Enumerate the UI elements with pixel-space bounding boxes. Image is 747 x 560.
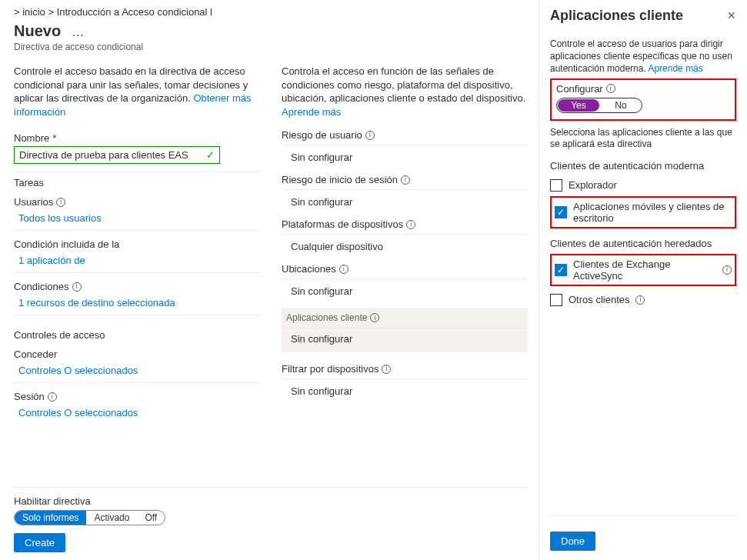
checkbox-icon: ✓ bbox=[555, 206, 567, 218]
policy-description: Controle el acceso basado en la directiv… bbox=[14, 65, 260, 118]
locations-link[interactable]: Ubicacionesi bbox=[282, 263, 528, 279]
breadcrumb[interactable]: > inicio > Introducción a Acceso condici… bbox=[14, 6, 528, 18]
learn-more-link[interactable]: Aprende más bbox=[648, 63, 702, 74]
checkbox-label: Aplicaciones móviles y clientes de escri… bbox=[573, 201, 732, 224]
tasks-heading: Tareas bbox=[14, 177, 260, 188]
signin-risk-value: Sin configurar bbox=[282, 196, 528, 208]
done-button[interactable]: Done bbox=[550, 532, 595, 551]
filter-devices-link[interactable]: Filtrar por dispositivosi bbox=[282, 363, 528, 379]
condition-included-link[interactable]: Condición incluida de la bbox=[14, 238, 119, 250]
info-icon[interactable]: i bbox=[722, 265, 732, 275]
seg-on[interactable]: Activado bbox=[86, 511, 137, 525]
filter-devices-value: Sin configurar bbox=[282, 385, 528, 397]
configure-toggle[interactable]: Yes No bbox=[556, 98, 642, 113]
user-risk-link[interactable]: Riesgo de usuarioi bbox=[282, 129, 528, 145]
seg-report-only[interactable]: Solo informes bbox=[15, 511, 86, 525]
checkbox-icon: ✓ bbox=[555, 264, 567, 276]
checkbox-exchange-activesync[interactable]: ✓ Clientes de Exchange ActiveSync i bbox=[550, 254, 736, 286]
page-title: Nuevo bbox=[14, 22, 61, 40]
info-icon[interactable]: i bbox=[370, 313, 379, 322]
select-apps-description: Selecciona las aplicaciones cliente a la… bbox=[550, 127, 736, 151]
info-icon[interactable]: i bbox=[48, 392, 57, 402]
locations-value: Sin configurar bbox=[282, 285, 528, 297]
conditions-link[interactable]: Condicionesi bbox=[14, 281, 82, 292]
info-icon[interactable]: i bbox=[72, 282, 82, 292]
signin-risk-link[interactable]: Riesgo de inicio de sesióni bbox=[282, 174, 528, 190]
toggle-no[interactable]: No bbox=[600, 99, 642, 112]
client-apps-value: Sin configurar bbox=[282, 328, 528, 352]
checkbox-label: Clientes de Exchange ActiveSync bbox=[573, 258, 716, 282]
modern-auth-heading: Clientes de autenticación moderna bbox=[550, 160, 736, 172]
panel-description: Controle el acceso de usuarios para diri… bbox=[550, 38, 736, 75]
page-subtitle: Directiva de acceso condicional bbox=[14, 42, 528, 52]
create-button[interactable]: Create bbox=[14, 533, 65, 552]
panel-title: Aplicaciones cliente bbox=[550, 8, 736, 24]
session-link[interactable]: Sesióni bbox=[14, 391, 57, 402]
info-icon[interactable]: i bbox=[406, 220, 415, 229]
checkbox-browser[interactable]: Explorador bbox=[550, 179, 736, 192]
client-apps-link[interactable]: Aplicaciones clientei bbox=[282, 308, 528, 328]
enable-policy-label: Habilitar directiva bbox=[14, 495, 528, 507]
grant-value[interactable]: Controles O seleccionados bbox=[14, 365, 260, 376]
info-icon[interactable]: i bbox=[56, 198, 65, 207]
enable-policy-segmented[interactable]: Solo informes Activado Off bbox=[14, 510, 165, 525]
checkbox-other-clients[interactable]: Otros clientes i bbox=[550, 294, 736, 306]
conditions-description: Controla el acceso en función de las señ… bbox=[282, 65, 528, 118]
checkbox-label: Explorador bbox=[569, 179, 617, 191]
condition-included-value[interactable]: 1 aplicación de bbox=[14, 255, 260, 266]
session-value[interactable]: Controles O seleccionados bbox=[14, 407, 260, 418]
toggle-yes[interactable]: Yes bbox=[558, 99, 599, 112]
checkbox-icon bbox=[550, 179, 562, 192]
name-label: Nombre* bbox=[14, 132, 260, 144]
more-menu-icon[interactable]: … bbox=[68, 25, 87, 39]
info-icon[interactable]: i bbox=[365, 131, 375, 140]
info-icon[interactable]: i bbox=[339, 265, 348, 274]
checkbox-mobile-desktop[interactable]: ✓ Aplicaciones móviles y clientes de esc… bbox=[550, 196, 736, 228]
learn-more-link[interactable]: Aprende más bbox=[282, 106, 341, 118]
device-platforms-link[interactable]: Plataformas de dispositivosi bbox=[282, 218, 528, 235]
conditions-value[interactable]: 1 recursos de destino seleccionada bbox=[14, 297, 260, 308]
close-icon[interactable]: ✕ bbox=[727, 9, 736, 22]
seg-off[interactable]: Off bbox=[137, 511, 165, 525]
users-value[interactable]: Todos los usuarios bbox=[14, 212, 260, 224]
info-icon[interactable]: i bbox=[382, 365, 391, 374]
user-risk-value: Sin configurar bbox=[282, 152, 528, 163]
checkbox-icon bbox=[550, 294, 562, 306]
info-icon[interactable]: i bbox=[635, 295, 645, 305]
users-link[interactable]: Usuariosi bbox=[14, 196, 65, 208]
checkbox-label: Otros clientes bbox=[569, 294, 629, 305]
check-icon: ✓ bbox=[206, 149, 215, 161]
grant-link[interactable]: Conceder bbox=[14, 348, 57, 360]
configure-label: Configurari bbox=[556, 83, 730, 95]
access-controls-heading: Controles de acceso bbox=[14, 329, 260, 341]
name-input[interactable]: Directiva de prueba para clientes EAS ✓ bbox=[14, 146, 220, 164]
info-icon[interactable]: i bbox=[401, 175, 410, 185]
info-icon[interactable]: i bbox=[606, 84, 615, 93]
legacy-auth-heading: Clientes de autenticación heredados bbox=[550, 238, 736, 249]
device-platforms-value: Cualquier dispositivo bbox=[282, 241, 528, 252]
